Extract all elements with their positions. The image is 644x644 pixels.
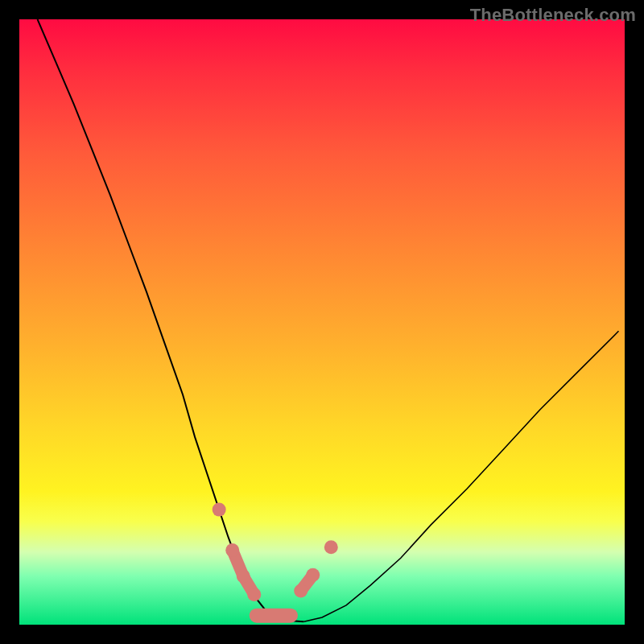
watermark-text: TheBottleneck.com (470, 5, 636, 26)
marker-dot (237, 569, 250, 583)
marker-dot (247, 588, 261, 601)
marker-dot (306, 568, 320, 582)
marker-dot (213, 503, 226, 517)
valley-floor-band (250, 609, 298, 623)
curve-left (38, 19, 304, 621)
curve-group (38, 19, 619, 621)
curve-right (303, 331, 618, 621)
bottleneck-plot (19, 19, 625, 625)
marker-group (213, 503, 338, 623)
marker-dot (294, 584, 308, 597)
marker-dot (225, 543, 239, 557)
chart-frame (19, 19, 625, 625)
marker-dot (324, 540, 338, 554)
